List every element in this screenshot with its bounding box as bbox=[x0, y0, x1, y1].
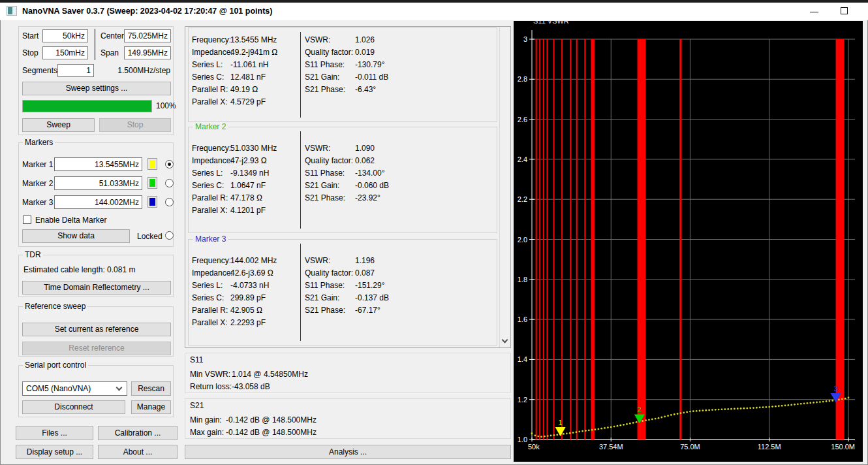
trace-point bbox=[746, 408, 748, 409]
maximize-button[interactable] bbox=[835, 4, 855, 18]
return-loss-label: Return loss: bbox=[190, 382, 232, 391]
serial-port-select[interactable]: COM5 (NanoVNA) bbox=[22, 381, 127, 396]
trace-point bbox=[537, 436, 539, 438]
title-bar: NanoVNA Saver 0.3.7 (Sweep: 2023-04-02 1… bbox=[0, 3, 868, 20]
field-label: Parallel R: bbox=[192, 304, 228, 317]
trace-point bbox=[771, 406, 773, 408]
trace-point bbox=[711, 409, 713, 411]
x-tick-label: 75.0M bbox=[680, 443, 700, 451]
marker2-color-swatch[interactable] bbox=[147, 177, 157, 189]
trace-point bbox=[547, 435, 549, 437]
field-value: 51.0330 MHz bbox=[230, 142, 277, 155]
reset-reference-button[interactable]: Reset reference bbox=[22, 342, 171, 355]
field-label: Parallel X: bbox=[192, 204, 228, 217]
show-data-button[interactable]: Show data bbox=[22, 229, 130, 243]
trace-point bbox=[619, 425, 621, 426]
min-vswr-label: Min VSWR: bbox=[190, 370, 230, 379]
band-marker bbox=[591, 39, 594, 440]
trace-point bbox=[642, 420, 643, 422]
panel-column-divider bbox=[300, 131, 301, 229]
marker1-radio[interactable] bbox=[165, 160, 174, 168]
trace-point bbox=[655, 418, 657, 420]
field-value: -134.00° bbox=[355, 167, 385, 180]
calibration-button[interactable]: Calibration ... bbox=[98, 426, 178, 440]
segments-input[interactable] bbox=[57, 64, 94, 77]
trace-point bbox=[660, 417, 662, 419]
band-marker bbox=[546, 39, 548, 440]
marker2-input[interactable] bbox=[54, 176, 142, 190]
field-label: Quality factor: bbox=[305, 46, 353, 59]
progress-fill bbox=[23, 101, 151, 112]
trace-point bbox=[841, 398, 843, 400]
trace-point bbox=[610, 426, 612, 428]
field-value: 2.2293 pF bbox=[230, 317, 266, 329]
field-label: VSWR: bbox=[305, 34, 330, 46]
trace-point bbox=[626, 423, 628, 425]
files-button[interactable]: Files ... bbox=[16, 426, 93, 440]
trace-point bbox=[581, 430, 583, 432]
field-value: 1.0647 nF bbox=[230, 180, 266, 192]
start-input[interactable] bbox=[42, 29, 88, 42]
s11-vswr-chart[interactable]: S11 VSWR32.82.62.42.22.01.81.61.41.21.05… bbox=[514, 21, 863, 462]
trace-point bbox=[730, 408, 732, 410]
trace-point bbox=[591, 429, 593, 431]
trace-point bbox=[831, 400, 833, 402]
sweep-settings-button[interactable]: Sweep settings ... bbox=[22, 82, 171, 95]
center-input[interactable] bbox=[124, 29, 171, 42]
stop-input[interactable] bbox=[42, 46, 88, 59]
field-value: -11.061 nH bbox=[230, 59, 268, 71]
manage-button[interactable]: Manage bbox=[131, 400, 171, 414]
chevron-down-icon[interactable] bbox=[502, 337, 508, 344]
field-label: S21 Phase: bbox=[305, 84, 345, 96]
tdr-button[interactable]: Time Domain Reflectometry ... bbox=[22, 281, 171, 295]
marker3-radio[interactable] bbox=[165, 198, 174, 206]
trace-point bbox=[534, 435, 536, 437]
about-button[interactable]: About ... bbox=[98, 445, 178, 459]
analysis-button[interactable]: Analysis ... bbox=[185, 445, 511, 459]
field-value: 144.002 MHz bbox=[230, 255, 277, 267]
y-tick-label: 1.4 bbox=[518, 355, 527, 363]
marker2-radio[interactable] bbox=[165, 179, 174, 187]
span-input[interactable] bbox=[124, 46, 171, 59]
field-label: Frequency: bbox=[192, 255, 231, 267]
trace-point bbox=[569, 432, 571, 434]
trace-point bbox=[807, 402, 809, 404]
marker1-input[interactable] bbox=[54, 157, 142, 171]
trace-point bbox=[819, 401, 821, 403]
serial-port-group: Serial port control COM5 (NanoVNA) Resca… bbox=[18, 365, 174, 417]
disconnect-button[interactable]: Disconnect bbox=[22, 400, 125, 414]
minimize-button[interactable] bbox=[805, 4, 824, 18]
trace-point bbox=[648, 419, 650, 421]
marker2-label: Marker 2 bbox=[22, 179, 53, 188]
field-value: 4.1201 pF bbox=[230, 204, 266, 217]
field-label: S11 Phase: bbox=[305, 59, 345, 71]
min-vswr-value: 1.014 @ 4.54850MHz bbox=[232, 370, 308, 379]
display-setup-button[interactable]: Display setup ... bbox=[16, 445, 93, 459]
vertical-scrollbar[interactable] bbox=[499, 27, 510, 347]
locked-radio[interactable] bbox=[165, 231, 174, 240]
y-tick-label: 1.8 bbox=[518, 276, 527, 283]
markers-group: Markers Marker 1 Marker 2 Marker 3 Enabl… bbox=[18, 142, 174, 247]
marker3-color-swatch[interactable] bbox=[147, 196, 157, 208]
progress-percent: 100% bbox=[156, 101, 176, 110]
trace-point bbox=[588, 429, 590, 431]
rescan-button[interactable]: Rescan bbox=[131, 381, 171, 396]
sweep-button[interactable]: Sweep bbox=[22, 118, 95, 132]
s21-summary-group: S21 Min gain: -0.142 dB @ 148.500MHz Max… bbox=[185, 398, 511, 439]
chart-marker-label-2: 2 bbox=[638, 406, 642, 413]
field-value: -23.92° bbox=[355, 192, 380, 204]
trace-point bbox=[809, 402, 811, 404]
enable-delta-marker-checkbox[interactable] bbox=[23, 216, 31, 224]
field-label: Series L: bbox=[192, 59, 223, 71]
set-reference-button[interactable]: Set current as reference bbox=[22, 323, 171, 336]
marker3-input[interactable] bbox=[54, 195, 142, 209]
field-value: 47-j2.93 Ω bbox=[230, 155, 267, 167]
marker1-color-swatch[interactable] bbox=[147, 158, 157, 170]
field-label: S21 Phase: bbox=[305, 304, 345, 317]
x-tick-label: 50k bbox=[528, 443, 540, 451]
stop-button[interactable]: Stop bbox=[99, 118, 171, 132]
chart-marker-label-1: 1 bbox=[559, 419, 563, 426]
s21-title: S21 bbox=[190, 401, 204, 410]
y-tick-label: 2.8 bbox=[518, 75, 527, 83]
trace-point bbox=[756, 407, 758, 409]
